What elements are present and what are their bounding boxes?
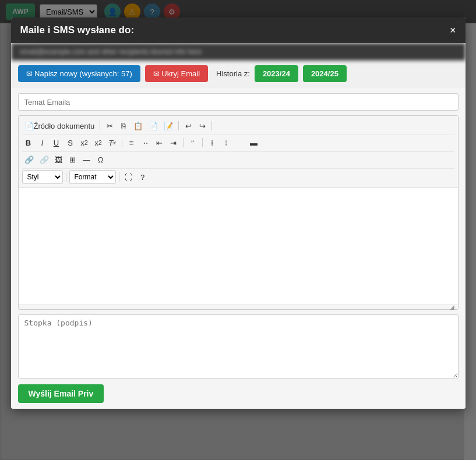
separator-1	[100, 121, 100, 130]
unordered-list-button[interactable]: ⋅⋅	[139, 136, 152, 149]
modal-overlay: Maile i SMS wysłane do: × email@example.…	[0, 0, 476, 460]
blockquote-button[interactable]: “	[186, 136, 199, 149]
table-button[interactable]: ⊞	[66, 153, 79, 166]
signature-textarea[interactable]	[18, 314, 459, 378]
hr-button[interactable]: —	[80, 153, 93, 166]
editor-resize-handle[interactable]: ◢	[19, 305, 458, 309]
align-left-button[interactable]: ⁞	[206, 136, 218, 149]
indent-button[interactable]: ⇥	[167, 136, 180, 149]
hide-email-button[interactable]: ✉ Ukryj Email	[145, 65, 208, 82]
modal-title: Maile i SMS wysłane do:	[20, 24, 135, 36]
separator-3	[211, 121, 212, 130]
subject-input[interactable]	[18, 93, 459, 111]
modal-header: Maile i SMS wysłane do: ×	[11, 17, 466, 43]
ordered-list-button[interactable]: ≡	[125, 136, 138, 149]
submit-button[interactable]: Wyślij Email Priv	[18, 384, 104, 403]
separator-8	[119, 172, 119, 182]
italic-button[interactable]: I	[36, 136, 49, 149]
copy-button[interactable]: ⎘	[117, 119, 130, 132]
separator-7	[66, 172, 66, 182]
paste-button[interactable]: 📋	[131, 119, 145, 132]
modal-subheader: email@example.com and other recipients b…	[11, 43, 466, 61]
special-char-button[interactable]: Ω	[94, 153, 107, 166]
redo-button[interactable]: ↪	[196, 119, 209, 132]
source-icon: 📄	[24, 122, 34, 130]
separator-4	[122, 138, 122, 147]
unlink-button[interactable]: 🔗	[37, 153, 51, 166]
format-select[interactable]: Format Paragraph H1 H2	[69, 170, 116, 184]
history-label: Historia z:	[216, 69, 250, 78]
style-select[interactable]: Styl Normal Heading 1 Heading 2	[22, 170, 63, 184]
toolbar-row-2: B I U S x2 x2 Tx ≡ ⋅⋅ ⇤ ⇥ “	[22, 135, 454, 150]
new-message-button[interactable]: ✉ Napisz nowy (wysłanych: 57)	[18, 65, 140, 82]
outdent-button[interactable]: ⇤	[153, 136, 166, 149]
close-button[interactable]: ×	[450, 25, 456, 36]
subscript-button[interactable]: x2	[78, 136, 91, 149]
image-button[interactable]: 🖼	[52, 153, 65, 166]
paste-text-button[interactable]: 📄	[146, 119, 160, 132]
justify-button[interactable]: ▬	[248, 136, 260, 149]
editor-content-area[interactable]	[19, 188, 458, 305]
strikethrough-button[interactable]: S	[64, 136, 77, 149]
paste-word-button[interactable]: 📝	[161, 119, 175, 132]
modal-body: 📄 Źródło dokumentu ✂ ⎘ 📋 📄 📝 ↩ ↪	[11, 87, 466, 409]
editor-toolbar: 📄 Źródło dokumentu ✂ ⎘ 📋 📄 📝 ↩ ↪	[19, 116, 458, 188]
fullscreen-button[interactable]: ⛶	[122, 171, 135, 183]
separator-5	[183, 138, 184, 147]
toolbar-row-3: 🔗 🔗 🖼 ⊞ — Ω	[22, 151, 454, 167]
undo-button[interactable]: ↩	[182, 119, 195, 132]
remove-format-button[interactable]: Tx	[106, 136, 119, 149]
align-center-button[interactable]: ⁝	[220, 136, 232, 149]
toolbar-row-4: Styl Normal Heading 1 Heading 2 Format P…	[22, 168, 454, 185]
help-button[interactable]: ?	[136, 171, 149, 183]
bold-button[interactable]: B	[22, 136, 35, 149]
underline-button[interactable]: U	[50, 136, 63, 149]
align-right-button[interactable]	[234, 136, 246, 149]
source-button[interactable]: 📄 Źródło dokumentu	[22, 119, 97, 132]
source-label: Źródło dokumentu	[34, 122, 95, 130]
year2-button[interactable]: 2024/25	[303, 65, 347, 82]
link-button[interactable]: 🔗	[22, 153, 36, 166]
separator-2	[178, 121, 179, 130]
separator-6	[202, 138, 203, 147]
editor-container: 📄 Źródło dokumentu ✂ ⎘ 📋 📄 📝 ↩ ↪	[18, 115, 459, 310]
cut-button[interactable]: ✂	[103, 119, 116, 132]
resize-icon: ◢	[450, 304, 457, 311]
modal-action-toolbar: ✉ Napisz nowy (wysłanych: 57) ✉ Ukryj Em…	[11, 61, 466, 87]
toolbar-row-1: 📄 Źródło dokumentu ✂ ⎘ 📋 📄 📝 ↩ ↪	[22, 118, 454, 133]
year1-button[interactable]: 2023/24	[255, 65, 298, 82]
superscript-button[interactable]: x2	[92, 136, 105, 149]
email-modal: Maile i SMS wysłane do: × email@example.…	[11, 17, 466, 409]
